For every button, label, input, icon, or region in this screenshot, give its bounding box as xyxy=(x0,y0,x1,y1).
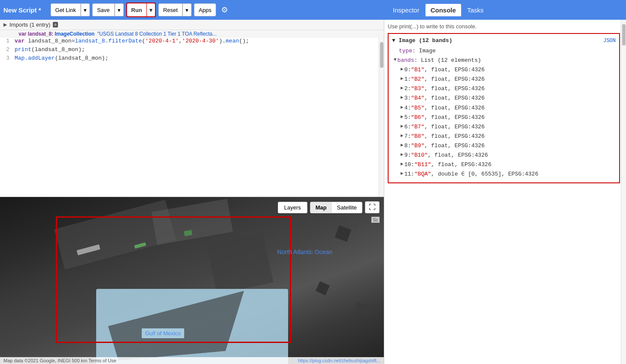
band-item: ▶ 11: "BQA" , double ∈ [0, 65535], EPSG:… xyxy=(392,170,616,179)
map-bottom-bar: Map data ©2021 Google, INEGI 500 km Term… xyxy=(0,357,384,364)
band-arrow-9[interactable]: ▶ xyxy=(401,151,404,159)
imports-label: Imports (1 entry) xyxy=(9,21,50,28)
console-output: ▼ Image (12 bands) JSON type: Image ▼ xyxy=(388,33,620,183)
band-arrow-3[interactable]: ▶ xyxy=(401,94,404,102)
save-arrow[interactable]: ▾ xyxy=(115,3,124,16)
apps-button[interactable]: Apps xyxy=(194,3,216,16)
map-sc-label: Sc xyxy=(371,217,380,223)
get-link-group: Get Link ▾ xyxy=(51,3,90,16)
run-group: Run ▾ xyxy=(126,3,156,17)
right-scroll-thumb xyxy=(622,24,626,46)
band-arrow-1[interactable]: ▶ xyxy=(401,75,404,83)
code-line-1: 1 var landsat_8_mon=landsat_8.filterDate… xyxy=(0,38,379,46)
line-num-1: 1 xyxy=(0,38,13,44)
band-items: ▶ 0: "B1" , float, EPSG:4326 ▶ 1: "B2" ,… xyxy=(392,65,616,179)
line-num-2: 2 xyxy=(0,46,13,53)
get-link-arrow[interactable]: ▾ xyxy=(81,3,90,16)
band-arrow-8[interactable]: ▶ xyxy=(401,141,404,149)
code-line-2: 2 print(landsat_8_mon); xyxy=(0,46,379,55)
map-satellite-group: Map Satellite xyxy=(310,202,362,213)
left-panel: ▶ Imports (1 entry) ≡ var landsat_8: Ima… xyxy=(0,20,384,364)
reset-group: Reset ▾ xyxy=(158,3,191,16)
code-editor[interactable]: 1 var landsat_8_mon=landsat_8.filterDate… xyxy=(0,38,379,197)
map-area: Gulf of Mexico North Atlantic Ocean Laye… xyxy=(0,197,384,364)
band-item: ▶ 6: "B7" , float, EPSG:4326 xyxy=(392,122,616,132)
console-hint: Use print(...) to write to this console. xyxy=(388,23,620,30)
import-line: var landsat_8: ImageCollection "USGS Lan… xyxy=(0,30,384,38)
band-item: ▶ 10: "B11" , float, EPSG:4326 xyxy=(392,160,616,170)
editor-with-scroll: 1 var landsat_8_mon=landsat_8.filterDate… xyxy=(0,38,384,197)
settings-button[interactable]: ⚙ xyxy=(219,3,231,16)
band-item: ▶ 0: "B1" , float, EPSG:4326 xyxy=(392,65,616,75)
band-arrow-0[interactable]: ▶ xyxy=(401,65,404,73)
editor-area: ▶ Imports (1 entry) ≡ var landsat_8: Ima… xyxy=(0,20,384,197)
band-arrow-11[interactable]: ▶ xyxy=(401,170,404,178)
output-title: ▼ Image (12 bands) xyxy=(392,37,452,44)
right-panel-wrapper: Use print(...) to write to this console.… xyxy=(384,20,626,364)
band-item: ▶ 4: "B5" , float, EPSG:4326 xyxy=(392,103,616,113)
tree-bands-line: ▼ bands: List (12 elements) xyxy=(392,56,616,65)
output-triangle[interactable]: ▼ xyxy=(392,37,399,44)
console-area: Use print(...) to write to this console.… xyxy=(384,20,626,364)
bands-toggle[interactable]: ▼ xyxy=(394,56,397,64)
tab-console[interactable]: Console xyxy=(425,4,461,16)
run-arrow[interactable]: ▾ xyxy=(146,3,155,16)
json-link[interactable]: JSON xyxy=(603,38,616,44)
band-item: ▶ 9: "B10" , float, EPSG:4326 xyxy=(392,151,616,160)
band-arrow-5[interactable]: ▶ xyxy=(401,113,404,121)
editor-scrollbar[interactable] xyxy=(379,38,384,197)
import-var: var landsat_8: ImageCollection xyxy=(18,31,94,37)
code-line-3: 3 Map.addLayer(landsat_8_mon); xyxy=(0,55,379,64)
band-item: ▶ 1: "B2" , float, EPSG:4326 xyxy=(392,75,616,84)
script-title: New Script * xyxy=(3,6,41,14)
editor-scroll-thumb xyxy=(380,42,383,68)
reset-arrow[interactable]: ▾ xyxy=(182,3,191,16)
tree-type-line: type: Image xyxy=(392,46,616,56)
line-content-2: print(landsat_8_mon); xyxy=(13,46,379,53)
red-bounding-box xyxy=(56,216,291,343)
left-topbar: New Script * Get Link ▾ Save ▾ Run ▾ Res… xyxy=(0,0,384,20)
imports-arrow[interactable]: ▶ xyxy=(3,22,7,27)
right-topbar: Inspector Console Tasks xyxy=(384,0,626,20)
band-arrow-6[interactable]: ▶ xyxy=(401,122,404,130)
reset-button[interactable]: Reset xyxy=(158,3,182,16)
line-content-1: var landsat_8_mon=landsat_8.filterDate('… xyxy=(13,38,379,44)
output-header: ▼ Image (12 bands) JSON xyxy=(392,37,616,44)
band-item: ▶ 2: "B3" , float, EPSG:4326 xyxy=(392,84,616,94)
import-val: "USGS Landsat 8 Collection 1 Tier 1 TOA … xyxy=(97,31,217,37)
band-arrow-4[interactable]: ▶ xyxy=(401,103,404,112)
map-button[interactable]: Map xyxy=(310,202,332,213)
imports-icon: ≡ xyxy=(53,22,58,27)
imports-bar: ▶ Imports (1 entry) ≡ xyxy=(0,20,384,30)
output-tree: type: Image ▼ bands: List (12 elements) … xyxy=(392,46,616,179)
band-item: ▶ 5: "B6" , float, EPSG:4326 xyxy=(392,113,616,122)
band-item: ▶ 8: "B9" , float, EPSG:4326 xyxy=(392,141,616,151)
line-content-3: Map.addLayer(landsat_8_mon); xyxy=(13,55,379,61)
satellite-button[interactable]: Satellite xyxy=(332,202,362,213)
band-item: ▶ 3: "B4" , float, EPSG:4326 xyxy=(392,94,616,103)
map-url-label: https://plog.csdn.net/zhebushijiagshift.… xyxy=(298,358,380,363)
tab-tasks[interactable]: Tasks xyxy=(462,4,489,16)
band-arrow-7[interactable]: ▶ xyxy=(401,132,404,140)
band-arrow-2[interactable]: ▶ xyxy=(401,84,404,92)
save-group: Save ▾ xyxy=(92,3,124,16)
layers-button[interactable]: Layers xyxy=(278,202,307,213)
get-link-button[interactable]: Get Link xyxy=(51,3,81,16)
fullscreen-button[interactable]: ⛶ xyxy=(365,201,380,213)
main-area: ▶ Imports (1 entry) ≡ var landsat_8: Ima… xyxy=(0,20,626,364)
line-num-3: 3 xyxy=(0,55,13,61)
band-arrow-10[interactable]: ▶ xyxy=(401,160,404,168)
map-controls: Layers Map Satellite ⛶ xyxy=(278,201,380,213)
tab-inspector[interactable]: Inspector xyxy=(388,4,425,16)
save-button[interactable]: Save xyxy=(92,3,115,16)
band-item: ▶ 7: "B8" , float, EPSG:4326 xyxy=(392,132,616,141)
right-scrollbar[interactable] xyxy=(621,20,626,364)
run-button[interactable]: Run xyxy=(127,3,146,16)
map-data-label: Map data ©2021 Google, INEGI 500 km Term… xyxy=(3,358,116,363)
